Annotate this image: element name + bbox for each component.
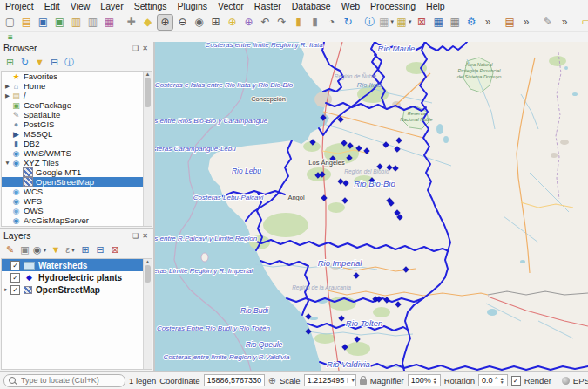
- deselect-features-icon[interactable]: ⊠: [415, 15, 429, 30]
- browser-item-wms-wmts[interactable]: ◉WMS/WMTS: [2, 148, 152, 158]
- close-panel-icon[interactable]: ✕: [140, 232, 150, 240]
- scale-combobox[interactable]: 1:2125495 ▼: [304, 374, 356, 386]
- save-project-as-icon[interactable]: ▣: [52, 15, 67, 30]
- zoom-full-icon[interactable]: ⊞: [208, 15, 223, 30]
- pan-map-icon[interactable]: ✚: [124, 15, 139, 30]
- browser-refresh-icon[interactable]: ↻: [18, 56, 31, 69]
- identify-features-icon[interactable]: ⓘ: [362, 15, 377, 30]
- toolbar-extension-icon[interactable]: »: [558, 15, 572, 30]
- coordinate-input[interactable]: 15886,5767330: [204, 374, 265, 386]
- browser-item-postgis[interactable]: ●PostGIS: [2, 119, 152, 129]
- menu-processing[interactable]: Processing: [365, 1, 421, 11]
- field-calculator-icon[interactable]: ▦: [448, 15, 463, 30]
- close-panel-icon[interactable]: ✕: [140, 44, 150, 52]
- show-layout-manager-icon[interactable]: ▥: [85, 15, 100, 30]
- zoom-in-icon[interactable]: ⊕: [157, 14, 173, 31]
- toolbar-extension-icon[interactable]: »: [481, 15, 496, 30]
- float-panel-icon[interactable]: ❏: [131, 232, 140, 240]
- browser-item-google-mt1[interactable]: Google MT1: [2, 167, 152, 177]
- magnifier-spinbox[interactable]: 100% ▲▼: [408, 374, 441, 386]
- browser-item-home[interactable]: ▶⌂Home: [2, 81, 152, 91]
- expander-icon[interactable]: ▶: [3, 92, 11, 99]
- processing-toolbox-icon[interactable]: ⚙: [464, 15, 479, 30]
- data-source-manager-icon[interactable]: ≡: [4, 33, 17, 42]
- browser-add-layer-icon[interactable]: ⊞: [3, 56, 17, 69]
- show-bookmarks-icon[interactable]: ▮: [308, 15, 322, 30]
- browser-properties-icon[interactable]: ⓘ: [63, 56, 76, 69]
- open-attribute-table-icon[interactable]: ▦: [431, 15, 446, 30]
- extents-icon[interactable]: ⊕: [268, 375, 276, 386]
- attributes-toolbar-icon[interactable]: ▤: [503, 15, 517, 30]
- select-by-value-icon[interactable]: ▦▼: [396, 15, 412, 30]
- menu-raster[interactable]: Raster: [249, 1, 287, 11]
- zoom-native-icon[interactable]: ◉: [192, 15, 206, 30]
- rotation-spinbox[interactable]: 0.0 ° ▲▼: [478, 374, 508, 386]
- lock-scale-icon[interactable]: [360, 379, 367, 385]
- browser-item-db2[interactable]: ▮DB2: [2, 139, 152, 148]
- menu-web[interactable]: Web: [336, 1, 365, 11]
- browser-item-ows[interactable]: ◉OWS: [2, 206, 152, 215]
- layer-visibility-checkbox[interactable]: ✓: [10, 273, 20, 283]
- temporal-controller-icon[interactable]: ◔: [324, 15, 339, 30]
- menu-project[interactable]: Project: [0, 1, 39, 11]
- browser-item-openstreetmap[interactable]: OpenStreetMap: [2, 177, 152, 187]
- toolbar-extension-icon[interactable]: »: [519, 15, 534, 30]
- measure-tool-icon[interactable]: ▭: [579, 15, 588, 30]
- menu-view[interactable]: View: [65, 1, 96, 11]
- layer-item-hydroelectric-plants[interactable]: ✓◆Hydroelectric plants: [2, 271, 152, 283]
- open-project-icon[interactable]: ▤: [19, 15, 34, 30]
- float-panel-icon[interactable]: ❏: [131, 44, 140, 52]
- menu-layer[interactable]: Layer: [95, 1, 128, 11]
- spinner-arrows-icon[interactable]: ▲▼: [500, 377, 504, 384]
- locate-input[interactable]: [19, 375, 120, 386]
- browser-scrollbar[interactable]: ▲: [143, 72, 152, 226]
- expander-icon[interactable]: ▸: [2, 286, 10, 293]
- refresh-map-icon[interactable]: ↻: [341, 15, 355, 30]
- browser-item-wfs[interactable]: ◉WFS: [2, 196, 152, 206]
- zoom-to-layer-icon[interactable]: ⊕: [241, 15, 256, 30]
- layer-styling-icon[interactable]: ✎: [3, 243, 17, 256]
- render-checkbox[interactable]: ✓: [511, 376, 521, 386]
- browser-item-geopackage[interactable]: ▣GeoPackage: [2, 100, 152, 110]
- collapse-all-icon[interactable]: ⊟: [94, 243, 107, 256]
- filter-legend-icon[interactable]: ▼: [50, 243, 63, 256]
- layer-item-watersheds[interactable]: ✓Watersheds: [2, 259, 152, 271]
- style-manager-icon[interactable]: ▦: [102, 15, 117, 30]
- expand-all-icon[interactable]: ⊞: [79, 243, 92, 256]
- map-canvas[interactable]: Costeras entre limite Region y R. ItataR…: [155, 42, 588, 371]
- expander-icon[interactable]: ▼: [3, 160, 11, 166]
- new-project-icon[interactable]: ▢: [3, 15, 17, 30]
- menu-help[interactable]: Help: [421, 1, 450, 11]
- new-print-layout-icon[interactable]: ▥: [69, 15, 84, 30]
- add-group-icon[interactable]: ▣: [18, 243, 31, 256]
- layer-visibility-checkbox[interactable]: ✓: [10, 285, 20, 295]
- browser-item-favorites[interactable]: ★Favorites: [2, 72, 152, 81]
- browser-item-xyz-tiles[interactable]: ▼◉XYZ Tiles: [2, 158, 152, 167]
- new-bookmark-icon[interactable]: ▮: [291, 15, 306, 30]
- browser-collapse-all-icon[interactable]: ⊟: [48, 56, 61, 69]
- browser-item-spatialite[interactable]: ✎SpatiaLite: [2, 110, 152, 119]
- browser-item-mssql[interactable]: ▶MSSQL: [2, 129, 152, 139]
- menu-database[interactable]: Database: [287, 1, 336, 11]
- manage-map-themes-icon[interactable]: ◉▼: [33, 243, 48, 256]
- menu-plugins[interactable]: Plugins: [172, 1, 213, 11]
- browser-item-wcs[interactable]: ◉WCS: [2, 187, 152, 196]
- spinner-arrows-icon[interactable]: ▲▼: [433, 377, 437, 384]
- save-project-icon[interactable]: ▣: [36, 15, 51, 30]
- zoom-next-icon[interactable]: ↷: [274, 15, 289, 30]
- layers-scrollbar[interactable]: ▲: [143, 259, 152, 369]
- menu-settings[interactable]: Settings: [129, 1, 172, 11]
- browser-item-arcgisfeatureserver[interactable]: ◉ArcGisFeatureServer: [2, 225, 152, 227]
- digitizing-toolbar-icon[interactable]: ✎: [541, 15, 556, 30]
- browser-item-[interactable]: ▶▤/: [2, 91, 152, 100]
- expander-icon[interactable]: ▶: [3, 83, 11, 90]
- zoom-to-selection-icon[interactable]: ⊕: [225, 15, 240, 30]
- pan-to-selection-icon[interactable]: ◆: [140, 15, 155, 30]
- zoom-out-icon[interactable]: ⊖: [175, 15, 190, 30]
- filter-by-expression-icon[interactable]: ε▼: [64, 243, 78, 256]
- browser-item-arcgismapserver[interactable]: ◉ArcGisMapServer: [2, 215, 152, 225]
- layer-item-openstreetmap[interactable]: ▸✓OpenStreetMap: [2, 283, 152, 296]
- browser-filter-icon[interactable]: ▼: [33, 56, 46, 69]
- select-features-icon[interactable]: ▦▼: [379, 15, 395, 30]
- crs-status[interactable]: EPSG:32719: [573, 376, 588, 386]
